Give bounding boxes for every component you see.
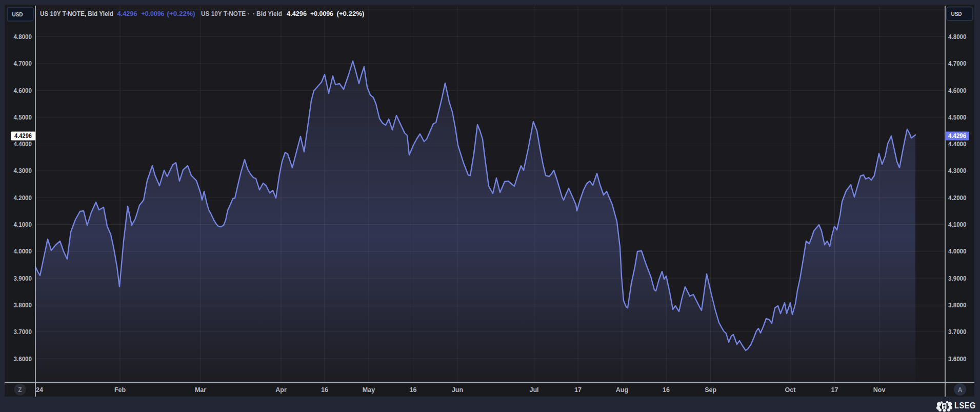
svg-text:4.8000: 4.8000 (948, 33, 967, 41)
svg-text:3.7000: 3.7000 (14, 328, 32, 336)
svg-text:Oct: Oct (785, 386, 796, 394)
svg-text:A: A (958, 386, 963, 394)
svg-text:4.2000: 4.2000 (14, 194, 32, 202)
svg-text:4.3000: 4.3000 (14, 167, 32, 174)
svg-text:4.4000: 4.4000 (14, 141, 32, 148)
svg-text:USD: USD (12, 11, 23, 17)
svg-text:May: May (363, 386, 375, 394)
svg-text:3.9000: 3.9000 (948, 275, 967, 282)
svg-text:US 10Y T-NOTE · · Bid Yield: US 10Y T-NOTE · · Bid Yield (201, 10, 282, 17)
svg-text:Feb: Feb (114, 386, 126, 394)
svg-text:3.7000: 3.7000 (948, 328, 967, 336)
svg-text:4.6000: 4.6000 (948, 87, 967, 94)
svg-text:Jul: Jul (529, 386, 538, 394)
svg-text:4.4296: 4.4296 (948, 132, 966, 140)
svg-text:4.4296: 4.4296 (287, 10, 307, 17)
svg-text:Z: Z (18, 386, 22, 394)
svg-text:4.1000: 4.1000 (948, 221, 967, 228)
svg-text:16: 16 (410, 386, 417, 394)
svg-text:3.6000: 3.6000 (948, 356, 967, 363)
svg-text:3.9000: 3.9000 (14, 275, 32, 282)
svg-text:4.0000: 4.0000 (948, 248, 967, 255)
svg-text:17: 17 (574, 386, 582, 394)
svg-text:+0.0096: +0.0096 (142, 10, 165, 17)
svg-text:4.7000: 4.7000 (948, 60, 967, 67)
svg-text:4.5000: 4.5000 (14, 114, 32, 121)
svg-text:4.4296: 4.4296 (117, 10, 137, 17)
svg-text:+0.0096: +0.0096 (310, 10, 333, 17)
svg-text:Jun: Jun (452, 386, 463, 394)
svg-text:Mar: Mar (195, 386, 206, 394)
svg-text:4.2000: 4.2000 (948, 194, 967, 202)
svg-text:3.8000: 3.8000 (948, 302, 967, 309)
svg-text:Apr: Apr (275, 386, 287, 394)
svg-text:4.0000: 4.0000 (14, 248, 32, 255)
svg-text:US 10Y T-NOTE, Bid Yield: US 10Y T-NOTE, Bid Yield (40, 10, 113, 17)
svg-text:(+0.22%): (+0.22%) (337, 10, 365, 17)
svg-text:4.1000: 4.1000 (14, 221, 32, 228)
svg-text:(+0.22%): (+0.22%) (167, 10, 195, 17)
svg-text:4.7000: 4.7000 (14, 60, 32, 67)
svg-text:3.8000: 3.8000 (14, 302, 32, 309)
svg-text:LSEG: LSEG (954, 401, 976, 410)
svg-text:24: 24 (36, 386, 43, 394)
svg-text:4.3000: 4.3000 (948, 167, 967, 174)
svg-text:17: 17 (831, 386, 838, 394)
svg-text:4.8000: 4.8000 (14, 33, 32, 41)
svg-text:4.6000: 4.6000 (14, 87, 32, 94)
svg-text:4.5000: 4.5000 (948, 114, 967, 121)
svg-text:USD: USD (951, 11, 962, 17)
svg-text:Nov: Nov (873, 386, 886, 394)
svg-text:Aug: Aug (616, 386, 628, 394)
svg-text:16: 16 (321, 386, 328, 394)
svg-text:Sep: Sep (705, 386, 716, 394)
svg-text:16: 16 (663, 386, 670, 394)
svg-text:4.4000: 4.4000 (948, 141, 967, 148)
svg-text:3.6000: 3.6000 (14, 356, 32, 363)
svg-text:4.4296: 4.4296 (14, 132, 32, 140)
